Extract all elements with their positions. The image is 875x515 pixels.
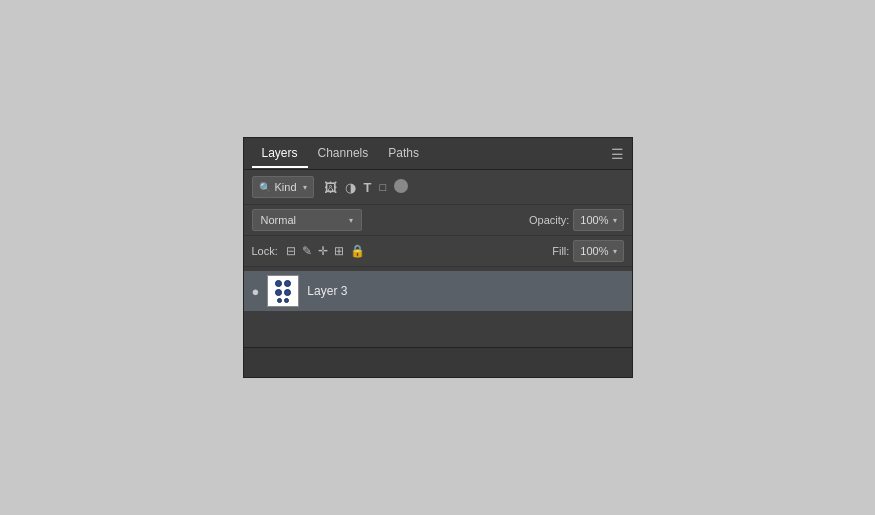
type-filter-icon[interactable]: T (364, 180, 372, 195)
visibility-icon[interactable]: ● (252, 284, 260, 299)
shape-filter-icon[interactable]: □ (379, 181, 386, 193)
tab-bar: Layers Channels Paths ☰ (244, 138, 632, 170)
lock-row: Lock: ⊟ ✎ ✛ ⊞ 🔒 Fill: 100% ▾ (244, 236, 632, 267)
dot (284, 280, 291, 287)
filter-kind-label: Kind (275, 181, 297, 193)
lock-label: Lock: (252, 245, 278, 257)
layers-list: ● Layer 3 (244, 267, 632, 347)
filter-kind-select[interactable]: 🔍 Kind ▾ (252, 176, 314, 198)
fill-value-text: 100% (580, 245, 608, 257)
opacity-label: Opacity: (529, 214, 569, 226)
opacity-arrow: ▾ (613, 216, 617, 225)
dot-row-2 (275, 289, 291, 296)
layer-name: Layer 3 (307, 284, 347, 298)
adjustment-filter-icon[interactable]: ◑ (345, 180, 356, 195)
opacity-group: Opacity: 100% ▾ (529, 209, 624, 231)
fill-label: Fill: (552, 245, 569, 257)
image-filter-icon[interactable]: 🖼 (324, 180, 337, 195)
tab-paths[interactable]: Paths (378, 140, 429, 168)
dot (284, 289, 291, 296)
circle-fill-icon (394, 179, 408, 193)
dot (275, 289, 282, 296)
blend-mode-arrow: ▾ (349, 216, 353, 225)
lock-brush-icon[interactable]: ✎ (302, 244, 312, 258)
lock-artboard-icon[interactable]: ⊞ (334, 244, 344, 258)
blend-mode-select[interactable]: Normal ▾ (252, 209, 362, 231)
lock-icons: ⊟ ✎ ✛ ⊞ 🔒 (286, 244, 365, 258)
dot (284, 298, 289, 303)
filter-row: 🔍 Kind ▾ 🖼 ◑ T □ (244, 170, 632, 205)
filter-icons: 🖼 ◑ T □ (324, 179, 409, 196)
fill-value-control[interactable]: 100% ▾ (573, 240, 623, 262)
lock-move-icon[interactable]: ✛ (318, 244, 328, 258)
panel-menu-icon[interactable]: ☰ (611, 146, 624, 162)
thumb-dots (273, 278, 293, 305)
fill-arrow: ▾ (613, 247, 617, 256)
opacity-value-text: 100% (580, 214, 608, 226)
layer-row[interactable]: ● Layer 3 (244, 271, 632, 311)
dot-row-3 (277, 298, 289, 303)
lock-all-icon[interactable]: 🔒 (350, 244, 365, 258)
filter-kind-arrow: ▾ (303, 183, 307, 192)
layer-thumbnail (267, 275, 299, 307)
tab-channels[interactable]: Channels (308, 140, 379, 168)
dot (277, 298, 282, 303)
lock-pixels-icon[interactable]: ⊟ (286, 244, 296, 258)
blend-mode-label: Normal (261, 214, 345, 226)
opacity-value-control[interactable]: 100% ▾ (573, 209, 623, 231)
smartobject-filter-icon[interactable] (394, 179, 408, 196)
layers-panel: Layers Channels Paths ☰ 🔍 Kind ▾ 🖼 ◑ T □… (243, 137, 633, 378)
dot (275, 280, 282, 287)
panel-bottom-bar (244, 347, 632, 377)
search-icon: 🔍 (259, 182, 271, 193)
tab-layers[interactable]: Layers (252, 140, 308, 168)
blend-mode-row: Normal ▾ Opacity: 100% ▾ (244, 205, 632, 236)
dot-row-1 (275, 280, 291, 287)
fill-group: Fill: 100% ▾ (552, 240, 623, 262)
